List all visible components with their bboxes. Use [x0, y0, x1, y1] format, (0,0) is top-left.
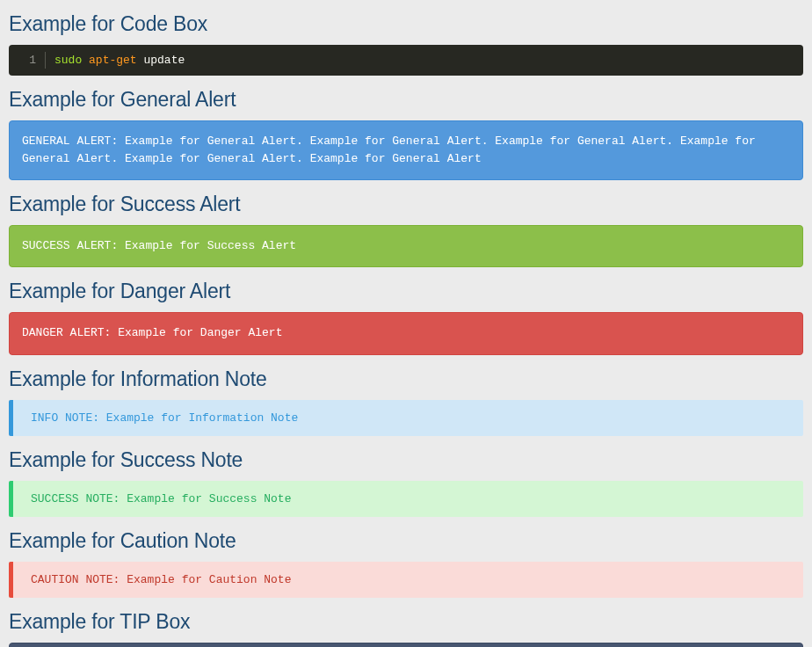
heading-success-note: Example for Success Note — [9, 448, 803, 472]
code-token-update: update — [143, 54, 185, 67]
success-note-box: SUCCESS NOTE: Example for Success Note — [9, 481, 803, 517]
caution-note-text: CAUTION NOTE: Example for Caution Note — [31, 573, 291, 586]
general-alert-text: GENERAL ALERT: Example for General Alert… — [22, 134, 756, 165]
code-token-aptget: apt-get — [89, 54, 137, 67]
heading-tip-box: Example for TIP Box — [9, 610, 803, 634]
heading-general-alert: Example for General Alert — [9, 88, 803, 112]
heading-code-box: Example for Code Box — [9, 12, 803, 36]
success-alert-box: SUCCESS ALERT: Example for Success Alert — [9, 225, 803, 267]
danger-alert-text: DANGER ALERT: Example for Danger Alert — [22, 326, 282, 339]
code-line: sudo apt-get update — [46, 52, 193, 69]
info-note-box: INFO NOTE: Example for Information Note — [9, 400, 803, 436]
heading-info-note: Example for Information Note — [9, 367, 803, 391]
code-box: 1 sudo apt-get update — [9, 45, 803, 76]
caution-note-box: CAUTION NOTE: Example for Caution Note — [9, 562, 803, 598]
success-alert-text: SUCCESS ALERT: Example for Success Alert — [22, 239, 296, 252]
heading-caution-note: Example for Caution Note — [9, 529, 803, 553]
tip-box: TIP: Example for TIP Box — [9, 643, 803, 647]
danger-alert-box: DANGER ALERT: Example for Danger Alert — [9, 312, 803, 354]
page-container: Example for Code Box 1 sudo apt-get upda… — [0, 12, 812, 647]
heading-danger-alert: Example for Danger Alert — [9, 280, 803, 303]
general-alert-box: GENERAL ALERT: Example for General Alert… — [9, 120, 803, 180]
code-token-sudo: sudo — [54, 54, 82, 67]
heading-success-alert: Example for Success Alert — [9, 193, 803, 216]
success-note-text: SUCCESS NOTE: Example for Success Note — [31, 492, 291, 505]
code-line-number: 1 — [9, 52, 46, 69]
info-note-text: INFO NOTE: Example for Information Note — [31, 411, 298, 425]
